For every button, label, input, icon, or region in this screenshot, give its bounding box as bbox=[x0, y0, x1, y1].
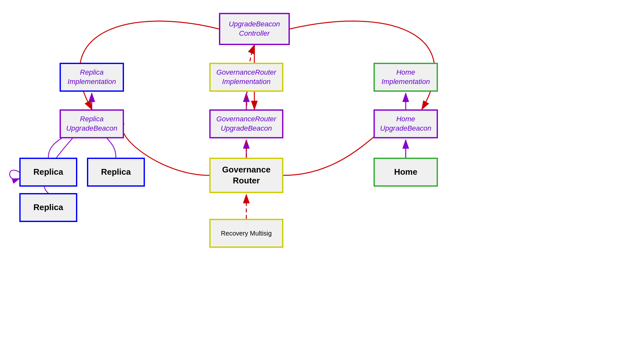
home-upgrade-beacon-label: HomeUpgradeBeacon bbox=[380, 115, 431, 133]
home-impl-label: HomeImplementation bbox=[382, 68, 430, 86]
replica-upgrade-beacon-node: ReplicaUpgradeBeacon bbox=[60, 109, 124, 138]
gov-router-upgrade-beacon-node: GovernanceRouterUpgradeBeacon bbox=[209, 109, 283, 138]
upgrade-beacon-controller-label: UpgradeBeaconController bbox=[229, 20, 280, 38]
replica2-node: Replica bbox=[87, 158, 145, 187]
recovery-multisig-node: Recovery Multisig bbox=[209, 219, 283, 248]
replica1-label: Replica bbox=[33, 167, 63, 178]
replica3-label: Replica bbox=[33, 202, 63, 213]
replica1-node: Replica bbox=[19, 158, 77, 187]
replica-upgrade-beacon-label: ReplicaUpgradeBeacon bbox=[66, 115, 117, 133]
home-label: Home bbox=[394, 167, 417, 178]
upgrade-beacon-controller-node: UpgradeBeaconController bbox=[219, 13, 290, 45]
home-node: Home bbox=[374, 158, 438, 187]
home-impl-node: HomeImplementation bbox=[374, 63, 438, 92]
replica3-node: Replica bbox=[19, 193, 77, 222]
replica2-label: Replica bbox=[101, 167, 131, 178]
diagram: UpgradeBeaconController ReplicaImplement… bbox=[0, 0, 644, 362]
gov-router-impl-node: GovernanceRouterImplementation bbox=[209, 63, 283, 92]
gov-router-impl-label: GovernanceRouterImplementation bbox=[216, 68, 276, 86]
governance-router-label: GovernanceRouter bbox=[222, 164, 270, 186]
replica-impl-node: ReplicaImplementation bbox=[60, 63, 124, 92]
recovery-multisig-label: Recovery Multisig bbox=[221, 230, 272, 237]
gov-router-upgrade-beacon-label: GovernanceRouterUpgradeBeacon bbox=[216, 115, 276, 133]
governance-router-node: GovernanceRouter bbox=[209, 158, 283, 193]
replica-impl-label: ReplicaImplementation bbox=[68, 68, 116, 86]
home-upgrade-beacon-node: HomeUpgradeBeacon bbox=[374, 109, 438, 138]
